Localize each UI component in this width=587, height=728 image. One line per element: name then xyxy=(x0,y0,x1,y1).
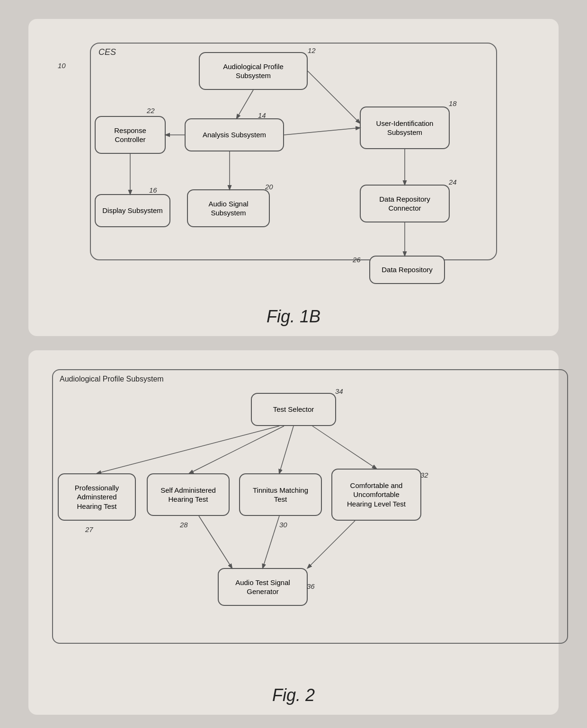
figure-2-container: Audiological Profile Subsystem Test Sele… xyxy=(28,350,559,715)
ref-30: 30 xyxy=(279,521,287,529)
ref-34: 34 xyxy=(335,387,343,395)
user-identification-box: User-IdentificationSubsystem xyxy=(360,107,450,149)
audiological-profile-box: Audiological ProfileSubsystem xyxy=(199,52,308,90)
fig1b-diagram: CES 10 Audiological ProfileSubsystem 12 … xyxy=(47,33,540,298)
audio-signal-box: Audio SignalSubsystem xyxy=(187,189,270,227)
test-selector-box: Test Selector xyxy=(251,393,336,426)
ces-label: CES xyxy=(98,47,116,57)
data-repository-connector-box: Data RepositoryConnector xyxy=(360,185,450,222)
fig1b-label: Fig. 1B xyxy=(47,307,540,327)
analysis-box: Analysis Subsystem xyxy=(185,118,284,151)
self-administered-box: Self AdministeredHearing Test xyxy=(147,473,230,516)
ref-22: 22 xyxy=(147,107,155,115)
ref-20: 20 xyxy=(265,183,273,191)
data-repository-box: Data Repository xyxy=(369,256,445,284)
ref-10: 10 xyxy=(58,62,66,70)
ref-16: 16 xyxy=(149,186,157,194)
ref-28: 28 xyxy=(180,521,188,529)
ref-18: 18 xyxy=(449,99,457,107)
audio-test-signal-box: Audio Test SignalGenerator xyxy=(218,568,308,606)
ref-24: 24 xyxy=(449,178,457,186)
comfortable-uncomfortable-box: Comfortable andUncomfortableHearing Leve… xyxy=(331,469,421,521)
professionally-administered-box: ProfessionallyAdm​insteredHearing Test xyxy=(58,473,136,521)
response-controller-box: ResponseController xyxy=(95,116,166,154)
tinnitus-matching-box: Tinnitus MatchingTest xyxy=(239,473,322,516)
display-subsystem-box: Display Subsystem xyxy=(95,194,170,227)
ref-14: 14 xyxy=(258,111,266,119)
ref-12: 12 xyxy=(308,46,316,54)
aps-label: Audiological Profile Subsystem xyxy=(60,375,164,383)
figure-1b-container: CES 10 Audiological ProfileSubsystem 12 … xyxy=(28,19,559,336)
ref-26: 26 xyxy=(353,256,361,264)
ref-32: 32 xyxy=(420,471,428,479)
fig2-diagram: Audiological Profile Subsystem Test Sele… xyxy=(47,364,540,677)
ref-36: 36 xyxy=(307,582,315,590)
ref-27: 27 xyxy=(85,525,93,533)
fig2-label: Fig. 2 xyxy=(47,685,540,705)
